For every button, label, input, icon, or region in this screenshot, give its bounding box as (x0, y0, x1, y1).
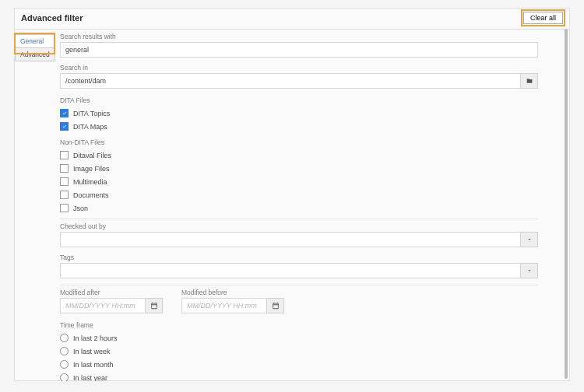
checkbox-label: Image Files (73, 165, 110, 173)
radio-input[interactable] (60, 360, 69, 369)
tab-advanced[interactable]: Advanced (15, 47, 55, 61)
sidebar: General Advanced (15, 30, 55, 381)
divider (60, 219, 538, 219)
modified-after-label: Modified after (60, 289, 163, 296)
radio-input[interactable] (60, 347, 69, 355)
folder-icon (526, 78, 533, 84)
radio-last-week[interactable]: In last week (60, 347, 538, 355)
panel-header: Advanced filter Clear all (15, 9, 569, 30)
clear-all-button[interactable]: Clear all (523, 12, 563, 24)
checkbox-label: Ditaval Files (73, 152, 111, 159)
panel-body: General Advanced Search results with Sea… (15, 30, 569, 381)
checkbox-label: DITA Topics (73, 110, 110, 117)
modified-before-input[interactable] (181, 298, 267, 313)
checkbox-label: DITA Maps (73, 123, 107, 131)
modified-after-field: Modified after (60, 289, 163, 313)
checkbox-label: Json (73, 205, 88, 212)
calendar-icon (150, 302, 158, 310)
search-results-field: Search results with (60, 33, 538, 58)
radio-label: In last week (73, 348, 111, 355)
checkbox-input[interactable] (60, 151, 69, 159)
main-content[interactable]: Search results with Search in DITA Files… (55, 30, 569, 381)
checkbox-input[interactable] (60, 164, 69, 173)
checkbox-input[interactable] (60, 109, 69, 117)
tags-field: Tags (60, 254, 538, 278)
tags-dropdown-button[interactable] (521, 263, 538, 278)
checked-out-dropdown-button[interactable] (521, 232, 538, 247)
radio-label: In last 2 hours (73, 334, 118, 342)
chevron-down-icon (526, 268, 533, 274)
radio-input[interactable] (60, 334, 69, 342)
tab-general[interactable]: General (15, 34, 55, 48)
checkbox-multimedia[interactable]: Multimedia (60, 177, 538, 186)
checked-out-field: Checked out by (60, 222, 538, 247)
modified-after-input[interactable] (60, 298, 146, 313)
checkbox-dita-topics[interactable]: DITA Topics (60, 109, 538, 117)
checkbox-documents[interactable]: Documents (60, 191, 538, 199)
calendar-icon (272, 302, 280, 310)
checkbox-ditaval[interactable]: Ditaval Files (60, 151, 538, 159)
radio-label: In last year (73, 374, 107, 382)
chevron-down-icon (526, 236, 533, 243)
checkbox-json[interactable]: Json (60, 204, 538, 212)
tags-label: Tags (60, 254, 538, 261)
search-in-field: Search in (60, 64, 538, 89)
modified-before-label: Modified before (181, 289, 284, 296)
panel-title: Advanced filter (21, 13, 83, 23)
browse-folder-button[interactable] (521, 73, 538, 89)
search-in-label: Search in (60, 64, 538, 72)
checkbox-input[interactable] (60, 191, 69, 199)
dita-section-label: DITA Files (60, 96, 538, 104)
search-in-input[interactable] (60, 73, 521, 89)
timeframe-section-label: Time frame (60, 321, 538, 329)
radio-label: In last month (73, 361, 114, 369)
checkbox-input[interactable] (60, 177, 69, 186)
checkbox-input[interactable] (60, 122, 69, 131)
checkbox-label: Multimedia (73, 178, 107, 186)
modified-before-field: Modified before (181, 289, 284, 313)
modified-after-calendar-button[interactable] (146, 298, 163, 313)
radio-input[interactable] (60, 373, 69, 381)
advanced-filter-panel: Advanced filter Clear all General Advanc… (14, 8, 570, 381)
divider (60, 285, 538, 285)
scrollbar[interactable] (565, 29, 568, 379)
radio-last-2-hours[interactable]: In last 2 hours (60, 334, 538, 342)
radio-last-month[interactable]: In last month (60, 360, 538, 369)
checkbox-label: Documents (73, 191, 109, 199)
modified-before-calendar-button[interactable] (267, 298, 284, 313)
checked-out-label: Checked out by (60, 222, 538, 230)
checkbox-dita-maps[interactable]: DITA Maps (60, 122, 538, 131)
radio-last-year[interactable]: In last year (60, 373, 538, 381)
nondita-section-label: Non-DITA Files (60, 138, 538, 146)
search-results-input[interactable] (60, 42, 538, 58)
tags-select[interactable] (60, 263, 521, 278)
search-results-label: Search results with (60, 33, 538, 40)
checkbox-input[interactable] (60, 204, 69, 212)
checkbox-image[interactable]: Image Files (60, 164, 538, 173)
dates-row: Modified after Modified before (60, 289, 538, 313)
checked-out-select[interactable] (60, 232, 521, 247)
